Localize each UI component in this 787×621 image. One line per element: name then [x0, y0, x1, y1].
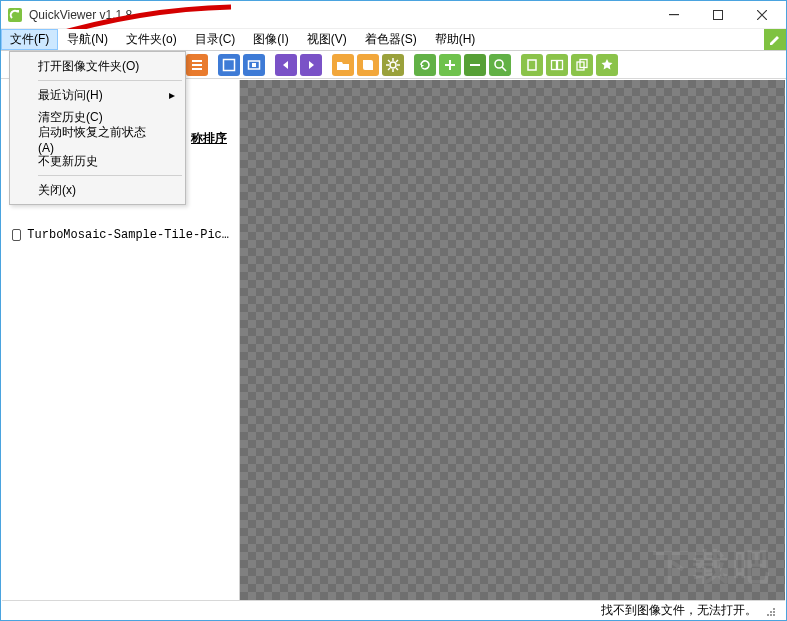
svg-line-19: [502, 67, 506, 71]
refresh-icon: [418, 58, 432, 72]
menu-close[interactable]: 关闭(x): [12, 179, 183, 201]
svg-rect-29: [770, 611, 772, 613]
minimize-button[interactable]: [652, 1, 696, 29]
clone-icon: [575, 58, 589, 72]
svg-line-17: [388, 68, 390, 70]
svg-rect-20: [528, 60, 536, 70]
toolbar-page-last-button[interactable]: [300, 54, 322, 76]
toolbar-book-button[interactable]: [357, 54, 379, 76]
svg-rect-2: [714, 10, 723, 19]
toolbar-clone-button[interactable]: [571, 54, 593, 76]
page-first-icon: [279, 58, 293, 72]
toolbar-open-folder-button[interactable]: [332, 54, 354, 76]
status-bar: 找不到图像文件，无法打开。: [2, 600, 785, 620]
menubar-corner-button[interactable]: [764, 29, 786, 50]
toolbar-zoom-out-button[interactable]: [464, 54, 486, 76]
svg-rect-26: [770, 614, 772, 616]
menu-help[interactable]: 帮助(H): [426, 29, 485, 50]
toolbar-zoom-in-button[interactable]: [439, 54, 461, 76]
maximize-icon: [713, 10, 723, 20]
svg-rect-1: [669, 14, 679, 15]
menu-shader[interactable]: 着色器(S): [356, 29, 426, 50]
svg-rect-21: [552, 60, 557, 69]
file-menu-dropdown: 打开图像文件夹(O) 最近访问(H) ▸ 清空历史(C) 启动时恢复之前状态(A…: [9, 51, 186, 205]
menu-recent[interactable]: 最近访问(H) ▸: [12, 84, 183, 106]
dual-page-icon: [550, 58, 564, 72]
svg-rect-30: [773, 608, 775, 610]
svg-rect-4: [192, 64, 202, 66]
magnifier-icon: [493, 58, 507, 72]
submenu-arrow-icon: ▸: [169, 88, 175, 102]
svg-point-9: [390, 62, 396, 68]
svg-rect-28: [767, 614, 769, 616]
checkbox-icon[interactable]: [12, 229, 21, 241]
menu-file[interactable]: 文件(F): [1, 29, 58, 50]
menu-restore-state[interactable]: 启动时恢复之前状态(A): [12, 128, 183, 150]
toolbar-zoom-fit-button[interactable]: [489, 54, 511, 76]
fit-width-icon: [247, 58, 261, 72]
gear-icon: [386, 58, 400, 72]
bookmark-icon: [600, 58, 614, 72]
close-icon: [757, 10, 767, 20]
menu-view[interactable]: 视图(V): [298, 29, 356, 50]
toolbar-list-button[interactable]: [186, 54, 208, 76]
toolbar-single-page-button[interactable]: [521, 54, 543, 76]
svg-line-15: [396, 68, 398, 70]
single-page-icon: [525, 58, 539, 72]
file-name-label: TurboMosaic-Sample-Tile-Pic…: [27, 228, 229, 242]
toolbar-bookmark-button[interactable]: [596, 54, 618, 76]
close-button[interactable]: [740, 1, 784, 29]
svg-rect-6: [224, 59, 235, 70]
status-message: 找不到图像文件，无法打开。: [601, 602, 757, 619]
edit-icon: [768, 33, 782, 47]
menu-no-update-history[interactable]: 不更新历史: [12, 150, 183, 172]
image-canvas[interactable]: 下载吧: [240, 80, 785, 600]
svg-point-18: [495, 60, 503, 68]
menu-recent-label: 最近访问(H): [38, 87, 103, 104]
open-folder-icon: [336, 58, 350, 72]
menu-separator: [38, 80, 182, 81]
menu-image[interactable]: 图像(I): [244, 29, 297, 50]
book-icon: [361, 58, 375, 72]
svg-line-14: [388, 60, 390, 62]
maximize-button[interactable]: [696, 1, 740, 29]
window-title: QuickViewer v1.1.8: [29, 8, 132, 22]
svg-rect-8: [252, 63, 256, 67]
watermark: 下载吧: [653, 543, 773, 592]
title-bar: QuickViewer v1.1.8: [1, 1, 786, 29]
svg-rect-27: [773, 611, 775, 613]
toolbar-fit-window-button[interactable]: [218, 54, 240, 76]
file-list-item[interactable]: TurboMosaic-Sample-Tile-Pic…: [2, 227, 239, 243]
minimize-icon: [669, 10, 679, 20]
sort-header[interactable]: 称排序: [191, 124, 233, 151]
toolbar-settings-button[interactable]: [382, 54, 404, 76]
resize-grip-icon[interactable]: [763, 604, 777, 618]
minus-icon: [468, 58, 482, 72]
svg-rect-5: [192, 68, 202, 70]
page-last-icon: [304, 58, 318, 72]
svg-line-16: [396, 60, 398, 62]
menu-separator: [38, 175, 182, 176]
list-icon: [190, 58, 204, 72]
menu-nav[interactable]: 导航(N): [58, 29, 117, 50]
svg-rect-3: [192, 60, 202, 62]
svg-rect-25: [773, 614, 775, 616]
menu-open-image-folder[interactable]: 打开图像文件夹(O): [12, 55, 183, 77]
toolbar-page-first-button[interactable]: [275, 54, 297, 76]
plus-icon: [443, 58, 457, 72]
menu-folders[interactable]: 文件夹(o): [117, 29, 186, 50]
toolbar-fit-width-button[interactable]: [243, 54, 265, 76]
menu-bar: 文件(F) 导航(N) 文件夹(o) 目录(C) 图像(I) 视图(V) 着色器…: [1, 29, 786, 51]
app-icon: [7, 7, 23, 23]
toolbar-dual-page-button[interactable]: [546, 54, 568, 76]
svg-rect-22: [558, 60, 563, 69]
fit-window-icon: [222, 58, 236, 72]
menu-catalog[interactable]: 目录(C): [186, 29, 245, 50]
toolbar-refresh-button[interactable]: [414, 54, 436, 76]
